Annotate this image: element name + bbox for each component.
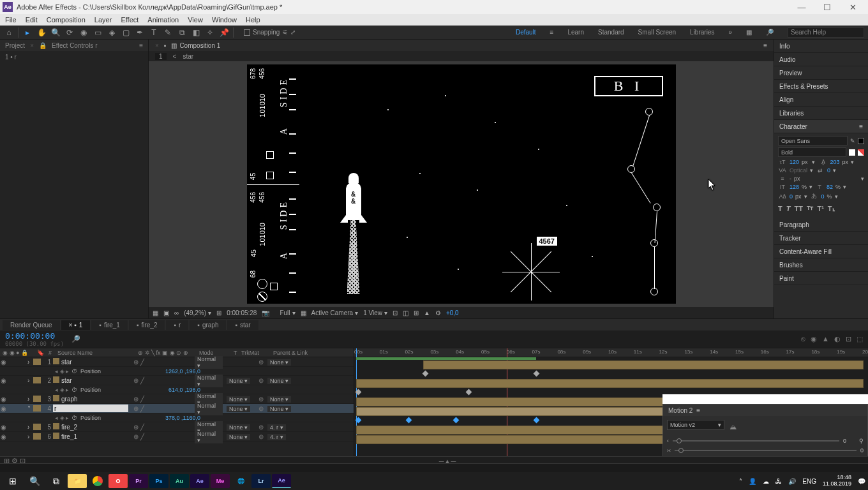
motion-slider-2[interactable]	[675, 450, 857, 451]
tl-icon-2[interactable]: ◉	[811, 335, 817, 343]
menu-edit[interactable]: Edit	[26, 16, 38, 24]
zoom-tool-icon[interactable]: 🔍	[50, 27, 61, 38]
panel-menu-icon[interactable]: ≡	[859, 123, 863, 130]
workspace-small[interactable]: Small Screen	[638, 29, 676, 36]
panel-libraries[interactable]: Libraries	[774, 107, 868, 120]
baseline-value[interactable]: 0	[789, 193, 793, 200]
tsume-value[interactable]: 0	[821, 193, 825, 200]
panel-info[interactable]: Info	[774, 40, 868, 53]
tl-icon-6[interactable]: ⬚	[857, 335, 863, 343]
rotation-tool-icon[interactable]: ◉	[79, 27, 89, 38]
tab-project[interactable]: Project	[5, 42, 25, 49]
lightroom-icon[interactable]: Lr	[251, 474, 271, 488]
stroke-swatch[interactable]	[849, 149, 855, 156]
view-layout-icon[interactable]: ▦	[301, 309, 306, 316]
anchor-icon[interactable]: ⚲	[859, 438, 864, 444]
tab-fire2[interactable]: ▪ fire_2	[129, 320, 165, 330]
tab-r[interactable]: ▪ r	[166, 320, 188, 330]
start-button[interactable]: ⊞	[3, 472, 23, 490]
maximize-button[interactable]: ☐	[814, 0, 840, 14]
home-icon[interactable]: ⌂	[4, 27, 14, 38]
snapshot-icon[interactable]: 📷	[262, 309, 269, 316]
app-icon-1[interactable]: 🌐	[231, 474, 250, 488]
property-row[interactable]: ◂ ◈ ▸ ⏱ Position1262,0 ,196,0	[0, 367, 354, 376]
panel-menu-icon[interactable]: ≡	[139, 42, 143, 49]
close-button[interactable]: ✕	[840, 0, 865, 14]
menu-file[interactable]: File	[5, 16, 17, 24]
tl-icon-4[interactable]: ◐	[834, 335, 841, 343]
bold-button[interactable]: T	[778, 205, 782, 213]
language-indicator[interactable]: ENG	[802, 478, 816, 485]
type-tool-icon[interactable]: T	[149, 27, 159, 38]
hscale-value[interactable]: 82	[827, 184, 833, 190]
panel-menu-icon[interactable]: ≡	[696, 407, 700, 414]
superscript-button[interactable]: T¹	[817, 205, 823, 213]
clone-tool-icon[interactable]: ⧉	[177, 27, 187, 38]
motion-slider-1[interactable]	[673, 440, 839, 442]
layer-row[interactable]: ◉ ˅ 4 ⊕ ╱ Normal ▾ None ▾ ⊚ None ▾	[0, 404, 354, 413]
panel-brushes[interactable]: Brushes	[774, 258, 868, 272]
property-row[interactable]: ◂ ◈ ▸ ⏱ Position614,0 ,196,0	[0, 385, 354, 394]
breadcrumb[interactable]: ▥ Composition 1	[171, 42, 220, 49]
toggle-2-icon[interactable]: ◫	[403, 309, 408, 316]
grid-icon[interactable]: ▣	[163, 309, 169, 316]
motion-preset-dropdown[interactable]: Motion v2▾	[667, 420, 724, 430]
explorer-icon[interactable]: 📁	[68, 474, 87, 488]
search-icon[interactable]: 🔎	[71, 335, 80, 343]
layer-row[interactable]: ◉ › 1 star ⊕ ╱ Normal ▾ ⊚ None ▾	[0, 357, 354, 367]
volume-icon[interactable]: 🔊	[788, 478, 796, 485]
layer-bar-2[interactable]	[356, 379, 864, 388]
tl-icon-5[interactable]: ⊡	[846, 335, 851, 343]
composition-canvas[interactable]: 678 456 101010 SIDE A 45 456 456 101010 …	[247, 64, 676, 304]
notifications-icon[interactable]: 💬	[858, 478, 865, 485]
panel-content-aware[interactable]: Content-Aware Fill	[774, 245, 868, 258]
pan-behind-tool-icon[interactable]: ◈	[107, 27, 117, 38]
people-icon[interactable]: 👤	[749, 478, 756, 485]
tab-graph[interactable]: ▪ graph	[190, 320, 226, 330]
eyedropper-icon[interactable]: ✎	[850, 138, 855, 144]
premiere-icon[interactable]: Pr	[129, 474, 148, 488]
menu-help[interactable]: Help	[246, 16, 260, 24]
motion-graph-icon[interactable]: ⛰	[730, 423, 737, 431]
mask-icon[interactable]: ∞	[174, 309, 179, 316]
tray-up-icon[interactable]: ˄	[739, 478, 742, 485]
layer-bar-1[interactable]	[423, 360, 864, 369]
brush-tool-icon[interactable]: ✎	[163, 27, 173, 38]
panel-preview[interactable]: Preview	[774, 66, 868, 80]
layer-row[interactable]: ◉ › 3 graph ⊕ ╱ Normal ▾ None ▾ ⊚ None ▾	[0, 394, 354, 404]
hamburger-icon[interactable]: ≡	[550, 29, 554, 36]
view-count-dropdown[interactable]: 1 View ▾	[363, 309, 387, 316]
panel-tracker[interactable]: Tracker	[774, 232, 868, 245]
flow-layer[interactable]: star	[183, 53, 193, 60]
tab-effect-controls[interactable]: Effect Controls r	[52, 42, 98, 49]
zoom-dropdown[interactable]: (49,2%) ▾	[184, 309, 211, 316]
menu-effect[interactable]: Effect	[121, 16, 138, 24]
res-icon[interactable]: ⊞	[216, 309, 221, 316]
tl-icon-1[interactable]: ⎋	[801, 335, 805, 343]
minimize-button[interactable]: —	[789, 0, 814, 14]
me-icon[interactable]: Me	[211, 474, 230, 488]
taskview-button[interactable]: ⧉	[46, 472, 66, 490]
puppet-tool-icon[interactable]: 📌	[219, 27, 229, 38]
layer-row[interactable]: ◉ › 5 fire_2 ⊕ ╱ Normal ▾ None ▾ ⊚ 4. r …	[0, 422, 354, 432]
tab-star[interactable]: ▪ star	[227, 320, 258, 330]
viewer[interactable]: 678 456 101010 SIDE A 45 456 456 101010 …	[149, 61, 774, 307]
allcaps-button[interactable]: TT	[794, 205, 802, 213]
network-icon[interactable]: 🖧	[775, 478, 782, 485]
panel-align[interactable]: Align	[774, 93, 868, 107]
font-size-value[interactable]: 120	[789, 159, 799, 165]
panel-paint[interactable]: Paint	[774, 272, 868, 285]
leading-value[interactable]: 203	[830, 159, 840, 165]
clock[interactable]: 18:4811.08.2019	[823, 475, 851, 487]
fill-swatch[interactable]	[858, 138, 864, 144]
italic-button[interactable]: T	[786, 205, 791, 213]
photoshop-icon[interactable]: Ps	[149, 474, 168, 488]
orbit-tool-icon[interactable]: ⟳	[64, 27, 75, 38]
toggle-1-icon[interactable]: ⊡	[393, 309, 398, 316]
overflow-icon[interactable]: »	[728, 29, 732, 36]
panel-menu-icon[interactable]: ≡	[763, 42, 767, 49]
font-style-dropdown[interactable]: Bold	[778, 147, 846, 157]
workspace-libraries[interactable]: Libraries	[690, 29, 714, 36]
layer-row[interactable]: ◉ › 2 star ⊕ ╱ Normal ▾ None ▾ ⊚ None ▾	[0, 376, 354, 385]
swap-swatch[interactable]	[858, 149, 864, 156]
